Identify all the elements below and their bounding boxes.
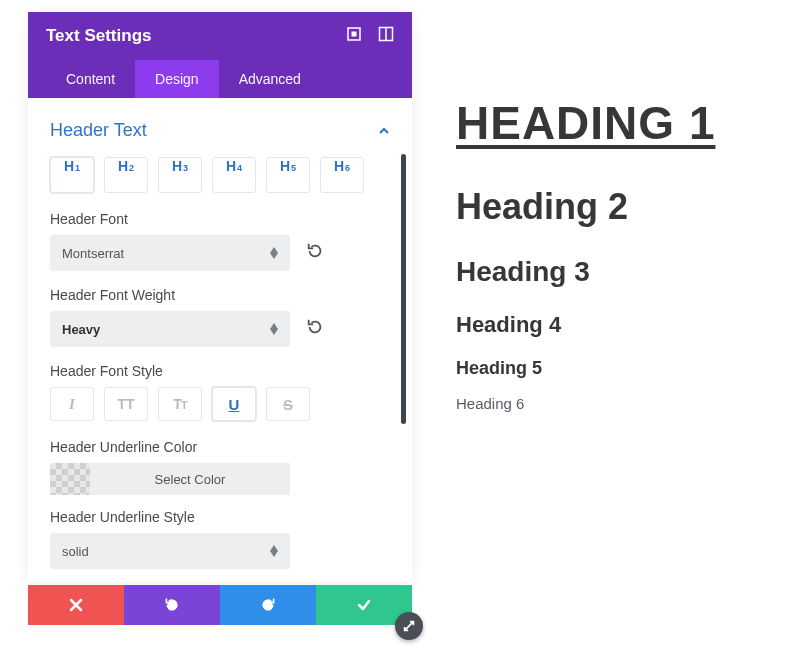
redo-button[interactable] xyxy=(220,585,316,625)
heading-level-h6[interactable]: H6 xyxy=(320,157,364,193)
expand-icon[interactable] xyxy=(346,26,362,46)
header-weight-label: Header Font Weight xyxy=(50,287,390,303)
sort-arrows-icon xyxy=(270,323,278,335)
preview-h2: Heading 2 xyxy=(456,186,715,228)
style-italic-button[interactable]: I xyxy=(50,387,94,421)
heading-level-h2[interactable]: H2 xyxy=(104,157,148,193)
heading-level-buttons: H1 H2 H3 H4 H5 H6 xyxy=(50,157,390,193)
heading-preview: HEADING 1 Heading 2 Heading 3 Heading 4 … xyxy=(456,96,715,412)
style-underline-button[interactable]: U xyxy=(212,387,256,421)
select-color-button[interactable]: Select Color xyxy=(90,463,290,495)
panel-title: Text Settings xyxy=(46,26,151,46)
scrollbar[interactable] xyxy=(401,154,406,424)
preview-h3: Heading 3 xyxy=(456,256,715,288)
underline-style-select[interactable]: solid xyxy=(50,533,290,569)
tab-advanced[interactable]: Advanced xyxy=(219,60,321,98)
header-font-label: Header Font xyxy=(50,211,390,227)
svg-marker-7 xyxy=(270,329,278,335)
header-font-select[interactable]: Montserrat xyxy=(50,235,290,271)
underline-style-label: Header Underline Style xyxy=(50,509,390,525)
style-uppercase-button[interactable]: TT xyxy=(104,387,148,421)
header-font-row: Montserrat xyxy=(50,235,390,271)
sort-arrows-icon xyxy=(270,545,278,557)
tab-content[interactable]: Content xyxy=(46,60,135,98)
header-weight-row: Heavy xyxy=(50,311,390,347)
tab-design[interactable]: Design xyxy=(135,60,219,98)
text-settings-panel: Text Settings Content Design Advanced He… xyxy=(28,12,412,582)
panel-header: Text Settings Content Design Advanced xyxy=(28,12,412,98)
panel-body: Header Text H1 H2 H3 H4 H5 H6 Header Fon… xyxy=(28,98,412,582)
color-swatch-transparent[interactable] xyxy=(50,463,90,495)
preview-h4: Heading 4 xyxy=(456,312,715,338)
header-weight-select[interactable]: Heavy xyxy=(50,311,290,347)
section-header[interactable]: Header Text xyxy=(50,108,390,157)
chevron-up-icon xyxy=(378,125,390,137)
reset-weight-button[interactable] xyxy=(306,318,324,340)
underline-color-label: Header Underline Color xyxy=(50,439,390,455)
panel-layout-icon[interactable] xyxy=(378,26,394,46)
style-strike-button[interactable]: S xyxy=(266,387,310,421)
svg-marker-9 xyxy=(270,551,278,557)
font-style-buttons: I TT TT U S xyxy=(50,387,390,421)
preview-h1: HEADING 1 xyxy=(456,96,715,150)
panel-footer xyxy=(28,585,412,625)
cancel-button[interactable] xyxy=(28,585,124,625)
header-weight-value: Heavy xyxy=(62,322,100,337)
section-title: Header Text xyxy=(50,120,147,141)
header-style-label: Header Font Style xyxy=(50,363,390,379)
undo-icon xyxy=(164,597,180,613)
svg-rect-1 xyxy=(352,32,356,36)
heading-level-h1[interactable]: H1 xyxy=(50,157,94,193)
resize-icon xyxy=(402,619,416,633)
close-icon xyxy=(68,597,84,613)
style-smallcaps-button[interactable]: TT xyxy=(158,387,202,421)
panel-title-icons xyxy=(346,26,394,46)
redo-icon xyxy=(260,597,276,613)
svg-marker-5 xyxy=(270,253,278,259)
underline-style-value: solid xyxy=(62,544,89,559)
heading-level-h4[interactable]: H4 xyxy=(212,157,256,193)
header-font-value: Montserrat xyxy=(62,246,124,261)
reset-font-button[interactable] xyxy=(306,242,324,264)
underline-color-row: Select Color xyxy=(50,463,390,495)
underline-style-row: solid xyxy=(50,533,390,569)
panel-title-row: Text Settings xyxy=(46,26,394,60)
settings-tabs: Content Design Advanced xyxy=(46,60,394,98)
resize-handle[interactable] xyxy=(395,612,423,640)
sort-arrows-icon xyxy=(270,247,278,259)
heading-level-h3[interactable]: H3 xyxy=(158,157,202,193)
preview-h6: Heading 6 xyxy=(456,395,715,412)
heading-level-h5[interactable]: H5 xyxy=(266,157,310,193)
check-icon xyxy=(356,597,372,613)
undo-button[interactable] xyxy=(124,585,220,625)
preview-h5: Heading 5 xyxy=(456,358,715,379)
